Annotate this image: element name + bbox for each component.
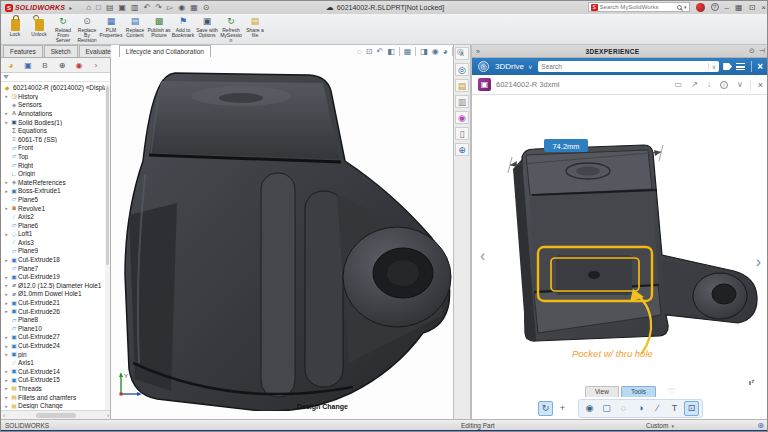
section-icon[interactable]: ◑: [633, 401, 648, 416]
tree-item[interactable]: ▣ Cut-Extrude21: [3, 298, 110, 307]
tree-item[interactable]: ∕ Axis3: [3, 238, 110, 247]
select-box-icon[interactable]: ▢: [599, 401, 614, 416]
tree-item[interactable]: ▱ Plane5: [3, 195, 110, 204]
redo-icon[interactable]: ↷: [155, 3, 162, 13]
hide-show-items-icon[interactable]: ◉: [432, 46, 439, 58]
expand-arrow-icon[interactable]: [3, 343, 10, 349]
tree-item[interactable]: ∕ Axis2: [3, 212, 110, 221]
viewer-tab[interactable]: Tools: [621, 386, 656, 397]
ribbon-button[interactable]: ⚑ Add to Bookmark: [171, 15, 195, 44]
user-avatar[interactable]: [696, 3, 705, 12]
tree-item[interactable]: ▣ Cut-Extrude14: [3, 367, 110, 376]
sep-icon[interactable]: [415, 47, 416, 56]
expand-arrow-icon[interactable]: [3, 257, 10, 263]
zoom-icon[interactable]: ◌: [616, 401, 631, 416]
tree-vertical-scrollbar[interactable]: [105, 84, 110, 410]
tree-item[interactable]: ◷ History: [3, 92, 110, 101]
feature-tree-icon[interactable]: ◕: [3, 59, 19, 72]
display-manager-icon[interactable]: ◉: [71, 59, 87, 72]
drive-search[interactable]: ∨: [538, 61, 719, 72]
units-selector[interactable]: Custom ▾: [646, 422, 674, 429]
draw-icon[interactable]: ∕: [650, 401, 665, 416]
ribbon-button[interactable]: ⊙ Replace By Revision: [75, 15, 99, 44]
tree-root-item[interactable]: ◆ 60214002-R (60214002) «Display St ∧: [3, 83, 110, 92]
zoom-area-icon[interactable]: ⊡: [366, 46, 373, 58]
tree-item[interactable]: ▣ Cut-Extrude19: [3, 272, 110, 281]
save-icon[interactable]: ▣: [119, 3, 127, 13]
logo-expand-icon[interactable]: ▸: [69, 4, 72, 11]
part-preview[interactable]: 74.2mm Pocket w/ thru hole: [472, 95, 768, 385]
tree-item[interactable]: ▱ Plane10: [3, 324, 110, 333]
ribbon-button[interactable]: ▣ Save with Options: [195, 15, 219, 44]
sep-icon[interactable]: [452, 47, 453, 56]
drive-search-input[interactable]: [541, 63, 704, 70]
expand-arrow-icon[interactable]: [3, 231, 10, 237]
file-row[interactable]: ▣ 60214002-R 3dxml ▭↗↓i∨ ×: [472, 75, 768, 95]
graphics-area[interactable]: Design Change Y X: [111, 45, 453, 419]
tree-item[interactable]: ▱ Right: [3, 161, 110, 170]
view-grid-icon[interactable]: ▦: [190, 3, 198, 13]
property-manager-icon[interactable]: ▣: [20, 59, 36, 72]
tree-item[interactable]: ⌀ Ø1.0mm Dowel Hole1: [3, 290, 110, 299]
tree-item[interactable]: ∟ Origin: [3, 169, 110, 178]
units-dropdown-icon[interactable]: ▾: [671, 423, 674, 429]
previous-view-arrow[interactable]: ‹: [480, 247, 485, 265]
home-icon[interactable]: ⌂: [86, 3, 91, 13]
viewer-tab[interactable]: View: [585, 386, 619, 397]
info-icon[interactable]: i: [720, 81, 728, 89]
tree-item[interactable]: ◈ MateReferences: [3, 178, 110, 187]
pin-panel-icon[interactable]: ⊣: [759, 47, 765, 55]
view-settings-icon[interactable]: ◎: [457, 46, 464, 58]
scroll-right-icon[interactable]: ›: [107, 412, 109, 418]
3dexperience-icon[interactable]: ◎: [455, 63, 469, 76]
previous-view-icon[interactable]: ↶: [376, 46, 383, 58]
tree-item[interactable]: A Annotations: [3, 109, 110, 118]
sep-icon[interactable]: [399, 47, 400, 56]
expand-arrow-icon[interactable]: [3, 205, 10, 211]
expand-arrow-icon[interactable]: [3, 308, 10, 314]
ribbon-button[interactable]: ▤ Replace Content: [123, 15, 147, 44]
tree-item[interactable]: ▣ Cut-Extrude18: [3, 255, 110, 264]
print-icon[interactable]: ▥: [131, 3, 139, 13]
mode-2d-icon[interactable]: ⊡: [684, 401, 699, 416]
scroll-left-icon[interactable]: ‹: [3, 412, 5, 418]
expand-arrow-icon[interactable]: [3, 119, 10, 125]
globe-icon[interactable]: ⊕: [757, 421, 764, 430]
resources-icon[interactable]: ⊕: [455, 143, 469, 156]
share-icon[interactable]: ↗: [691, 80, 698, 89]
ribbon-button[interactable]: ▤ Share a file: [243, 15, 267, 44]
close-file-icon[interactable]: ×: [750, 80, 763, 90]
edit-appearance-icon[interactable]: ◕: [443, 46, 448, 58]
more-icon[interactable]: ›: [88, 59, 104, 72]
command-tab[interactable]: Sketch: [44, 45, 78, 57]
close-icon[interactable]: ×: [761, 3, 766, 12]
search-dropdown-icon[interactable]: ▾: [684, 4, 687, 10]
next-view-arrow[interactable]: ›: [756, 253, 761, 271]
tree-item[interactable]: ▣ pin: [3, 350, 110, 359]
ribbon-button[interactable]: Unlock: [27, 15, 51, 44]
design-library-icon[interactable]: ▤: [455, 79, 469, 92]
tree-item[interactable]: ▣ Solid Bodies(1): [3, 118, 110, 127]
expand-arrow-icon[interactable]: [3, 110, 10, 116]
ribbon-button[interactable]: ↻ Refresh MySession: [219, 15, 243, 44]
tree-item[interactable]: ▣ Cut-Extrude24: [3, 341, 110, 350]
tree-item[interactable]: ▤ Threads: [3, 384, 110, 393]
app-logo[interactable]: S SOLIDWORKS ▸: [1, 4, 72, 12]
restore-icon[interactable]: ⊡: [749, 3, 756, 12]
tree-filter[interactable]: [1, 73, 110, 82]
orbit-icon[interactable]: ↻: [538, 401, 553, 416]
search-scope-dropdown-icon[interactable]: ∨: [708, 63, 716, 70]
command-tab[interactable]: Lifecycle and Collaboration: [119, 45, 211, 57]
mysolidworks-search[interactable]: S ▾: [588, 2, 690, 12]
tree-horizontal-scrollbar[interactable]: ‹ ›: [1, 410, 111, 419]
window-grid-icon[interactable]: ▦: [735, 3, 743, 12]
tree-item[interactable]: ≡ 6061-T6 (SS): [3, 135, 110, 144]
ribbon-button[interactable]: ▩ Publish as Picture: [147, 15, 171, 44]
pan-icon[interactable]: +: [555, 401, 570, 416]
tree-item[interactable]: ▱ Plane7: [3, 264, 110, 273]
ribbon-button[interactable]: Lock: [3, 15, 27, 44]
tree-item[interactable]: ▱ Front: [3, 144, 110, 153]
expand-arrow-icon[interactable]: [3, 188, 10, 194]
mysolidworks-search-input[interactable]: [600, 4, 675, 10]
view-orientation-icon[interactable]: ▦: [404, 46, 412, 58]
